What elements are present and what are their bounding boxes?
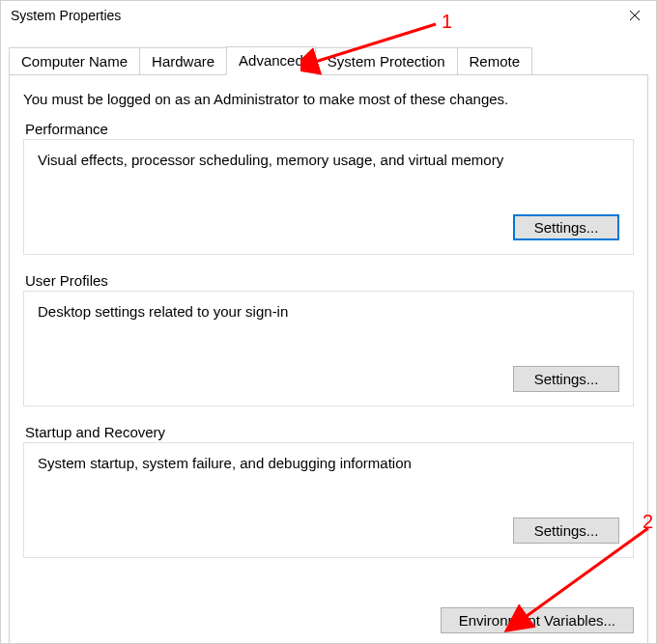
- close-button[interactable]: [613, 1, 656, 30]
- user-profiles-desc: Desktop settings related to your sign-in: [38, 303, 619, 320]
- tab-label: System Protection: [328, 53, 445, 70]
- tab-remote[interactable]: Remote: [457, 47, 533, 74]
- environment-variables-button[interactable]: Environment Variables...: [441, 607, 634, 633]
- button-label: Environment Variables...: [459, 612, 615, 629]
- tab-label: Computer Name: [21, 53, 128, 70]
- tab-label: Hardware: [152, 53, 214, 70]
- tab-label: Remote: [470, 53, 521, 70]
- advanced-tab-body: You must be logged on as an Administrato…: [9, 74, 648, 644]
- tab-hardware[interactable]: Hardware: [139, 47, 227, 74]
- tab-label: Advanced: [239, 52, 303, 69]
- startup-recovery-box: System startup, system failure, and debu…: [23, 442, 634, 558]
- startup-recovery-settings-button[interactable]: Settings...: [513, 518, 619, 544]
- tabs: Computer Name Hardware Advanced System P…: [1, 45, 656, 74]
- admin-warning-text: You must be logged on as an Administrato…: [23, 91, 634, 107]
- system-properties-window: System Properties Computer Name Hardware…: [0, 0, 657, 644]
- user-profiles-title: User Profiles: [23, 272, 634, 289]
- env-row: Environment Variables...: [441, 607, 634, 633]
- button-label: Settings...: [534, 522, 599, 539]
- user-profiles-settings-button[interactable]: Settings...: [513, 366, 619, 392]
- performance-settings-button[interactable]: Settings...: [513, 214, 619, 240]
- startup-recovery-desc: System startup, system failure, and debu…: [38, 455, 619, 471]
- titlebar: System Properties: [1, 1, 656, 30]
- startup-recovery-group: Startup and Recovery System startup, sys…: [23, 424, 634, 558]
- close-icon: [629, 10, 641, 21]
- user-profiles-group: User Profiles Desktop settings related t…: [23, 272, 634, 406]
- performance-group: Performance Visual effects, processor sc…: [23, 121, 634, 255]
- startup-recovery-title: Startup and Recovery: [23, 424, 634, 440]
- tab-computer-name[interactable]: Computer Name: [9, 47, 140, 74]
- user-profiles-box: Desktop settings related to your sign-in…: [23, 291, 634, 406]
- button-label: Settings...: [534, 219, 599, 236]
- tab-system-protection[interactable]: System Protection: [315, 47, 458, 74]
- performance-desc: Visual effects, processor scheduling, me…: [38, 152, 619, 168]
- window-title: System Properties: [11, 8, 121, 23]
- performance-title: Performance: [23, 121, 634, 137]
- button-label: Settings...: [534, 371, 599, 387]
- tab-advanced[interactable]: Advanced: [226, 46, 316, 75]
- performance-box: Visual effects, processor scheduling, me…: [23, 139, 634, 255]
